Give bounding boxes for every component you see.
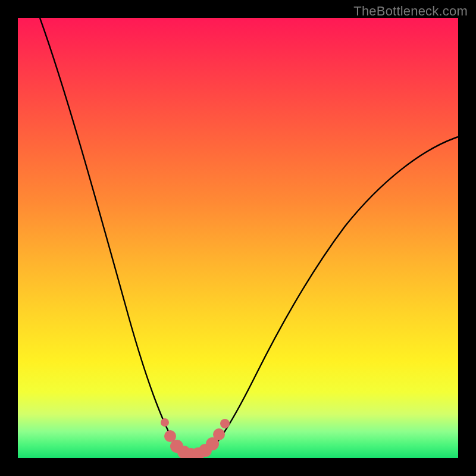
chart-overlay [18,18,458,458]
chart-frame: TheBottleneck.com [0,0,476,476]
svg-point-9 [220,419,230,428]
highlighted-points [161,418,230,458]
watermark-text: TheBottleneck.com [353,4,468,19]
svg-point-0 [161,418,169,427]
chart-plot-area [18,18,458,458]
bottleneck-curve [40,18,458,456]
svg-point-8 [213,428,225,440]
